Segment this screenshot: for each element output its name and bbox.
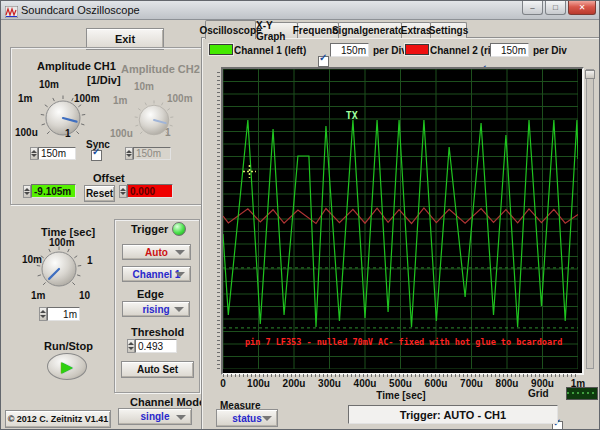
x-tick-label: 600u [425, 378, 448, 389]
time-value[interactable]: 1m [47, 307, 80, 321]
ch2-per-div-value[interactable]: 150m [490, 43, 529, 57]
sync-checkbox[interactable]: ✓ [91, 150, 102, 161]
x-tick-label: 0 [220, 378, 226, 389]
x-tick-label: 400u [354, 378, 377, 389]
x-tick-label: 500u [389, 378, 412, 389]
grid-label: Grid [528, 388, 549, 399]
tab-oscilloscope[interactable]: Oscilloscope [205, 20, 256, 39]
tx-annotation: TX [346, 110, 358, 121]
knob-scale-label: 100m [74, 93, 100, 104]
offset-ch1-spinner[interactable] [23, 185, 31, 198]
x-tick-label: 300u [318, 378, 341, 389]
time-spinner[interactable] [39, 307, 47, 321]
edge-label: Edge [137, 288, 164, 300]
trigger-mode-dropdown[interactable]: Auto [122, 244, 191, 260]
mouse-crosshair-cursor [243, 165, 256, 178]
spin-up-icon[interactable] [31, 150, 37, 153]
copyright-button[interactable]: © 2012 C. Zeitnitz V1.41 [5, 410, 111, 428]
knob-scale-label: 10m [22, 254, 42, 265]
maximize-icon: □ [553, 4, 558, 12]
dropdown-arrow-icon [174, 307, 184, 312]
ch2-per-div-label: per Div [533, 45, 567, 56]
trigger-source-dropdown[interactable]: Channel 1 [122, 266, 191, 282]
amplitude-ch2-value[interactable]: 150m [133, 147, 171, 160]
amplitude-ch1-title: Amplitude CH1 [37, 60, 116, 72]
check-icon: ✓ [319, 53, 327, 63]
y-axis-tickstrip [217, 69, 220, 369]
ch2-color-swatch [405, 44, 429, 55]
tab-signalgenerator[interactable]: Signalgenerator [338, 22, 402, 38]
offset-label: Offset [93, 172, 125, 184]
x-axis-title: Time [sec] [361, 390, 441, 401]
scope-plot[interactable]: TX pin 7 LF353 - nulled 70mV AC- fixed w… [223, 69, 578, 369]
knob-scale-label: 100m [167, 93, 193, 104]
threshold-spinner[interactable] [127, 339, 135, 353]
ch1-enable-checkbox[interactable]: ✓ [318, 56, 329, 67]
dropdown-arrow-icon [175, 272, 185, 277]
knob-scale-label: 1 [165, 127, 171, 138]
ch1-legend-label: Channel 1 (left) [234, 45, 306, 56]
ch1-per-div-value[interactable]: 150m [330, 43, 369, 57]
offset-ch2-display[interactable]: 0.000 [127, 184, 173, 198]
trigger-led [172, 222, 186, 236]
window-title: Soundcard Oszilloscope [21, 4, 140, 16]
knob-scale-label: 100u [15, 127, 38, 138]
knob-scale-label: 1m [113, 95, 127, 106]
scope-traces [223, 69, 578, 369]
offset-ch2-spinner[interactable] [119, 185, 127, 198]
trigger-title: Trigger [131, 223, 168, 235]
x-tick-label: 200u [283, 378, 306, 389]
ch1-color-swatch [209, 44, 233, 55]
app-icon [5, 4, 18, 16]
x-axis-tick-labels: 0100u200u300u400u500u600u700u800u900u1m [223, 378, 578, 389]
offset-reset-button[interactable]: Reset [84, 185, 115, 202]
dropdown-arrow-icon [175, 250, 185, 255]
auto-set-button[interactable]: Auto Set [121, 361, 194, 378]
spin-down-icon[interactable] [31, 154, 37, 157]
titlebar[interactable]: Soundcard Oszilloscope – □ ✕ [1, 1, 599, 20]
measure-dropdown[interactable]: status [216, 409, 278, 427]
scope-vertical-slider[interactable] [586, 69, 594, 369]
amplitude-ch2-spinner[interactable] [125, 147, 133, 160]
scope-annotation: pin 7 LF353 - nulled 70mV AC- fixed with… [245, 337, 562, 347]
grid-style-swatch[interactable] [566, 387, 598, 400]
amplitude-ch2-title: Amplitude CH2 [121, 63, 200, 75]
knob-scale-label: 1 [65, 128, 71, 139]
trigger-edge-dropdown[interactable]: rising [122, 301, 190, 317]
x-tick-label: 700u [460, 378, 483, 389]
x-axis-tickstrip [223, 374, 578, 377]
trigger-status-display: Trigger: AUTO - CH1 [348, 405, 558, 424]
x-tick-label: 800u [496, 378, 519, 389]
knob-scale-label: 1m [18, 93, 32, 104]
time-knob[interactable] [36, 246, 82, 292]
close-button[interactable]: ✕ [568, 1, 596, 15]
knob-scale-label: 10m [39, 79, 59, 90]
amplitude-ch1-spinner[interactable] [30, 147, 38, 160]
amplitude-ch1-value[interactable]: 150m [38, 147, 76, 160]
knob-scale-label: 100u [110, 128, 133, 139]
check-icon: ✓ [92, 147, 100, 157]
amplitude-unit-label: [1/Div] [87, 74, 121, 86]
run-stop-label: Run/Stop [44, 340, 93, 352]
dropdown-arrow-icon [262, 416, 272, 421]
offset-ch1-display[interactable]: -9.105m [31, 184, 76, 198]
knob-scale-label: 10m [134, 81, 154, 92]
close-icon: ✕ [579, 4, 586, 12]
tab-settings[interactable]: Settings [430, 22, 467, 38]
run-stop-button[interactable]: ▶ [47, 353, 87, 380]
minimize-button[interactable]: – [522, 1, 543, 15]
ch1-per-div-label: per Div [373, 45, 407, 56]
maximize-button[interactable]: □ [545, 1, 566, 15]
knob-scale-label: 1m [31, 290, 45, 301]
threshold-value[interactable]: 0.493 [135, 339, 177, 353]
channel-mode-label: Channel Mode [130, 396, 205, 408]
channel-mode-dropdown[interactable]: single [118, 408, 192, 425]
knob-scale-label: 1 [87, 255, 93, 266]
scope-vertical-slider-thumb[interactable] [585, 70, 595, 79]
knob-scale-label: 100m [49, 237, 75, 248]
threshold-label: Threshold [131, 326, 184, 338]
tab-extras[interactable]: Extras [401, 22, 431, 38]
app-window: Soundcard Oszilloscope – □ ✕ Exit Amplit… [0, 0, 600, 430]
play-icon: ▶ [61, 359, 73, 374]
x-tick-label: 100u [247, 378, 270, 389]
